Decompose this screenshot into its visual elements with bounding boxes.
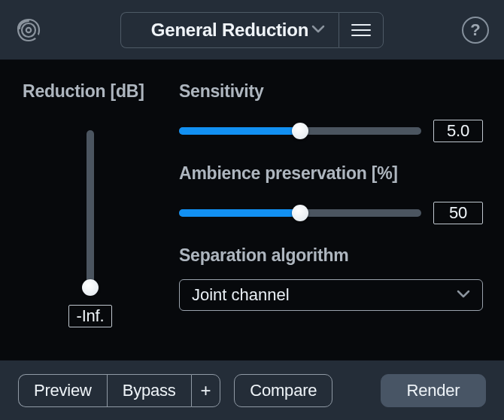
slider-thumb[interactable] [82,279,99,296]
footer-bar: Preview Bypass + Compare Render [0,360,504,420]
preset-dropdown-label: General Reduction [151,20,308,41]
reduction-slider[interactable] [87,130,94,288]
chevron-down-icon [311,23,325,37]
slider-thumb[interactable] [292,205,308,221]
separation-label: Separation algorithm [179,245,483,266]
slider-thumb[interactable] [292,123,308,139]
menu-button[interactable] [339,12,384,48]
svg-point-0 [22,23,35,37]
chevron-down-icon [457,288,470,302]
question-mark-icon: ? [470,20,480,40]
reduction-section: Reduction [dB] -Inf. [23,81,158,360]
add-button[interactable]: + [191,374,221,407]
params-section: Sensitivity 5.0 Ambience preservation [%… [158,81,504,360]
top-bar: General Reduction ? [0,0,504,60]
reduction-label: Reduction [dB] [23,81,144,102]
reduction-value[interactable]: -Inf. [68,305,113,327]
compare-button[interactable]: Compare [234,374,332,407]
sensitivity-slider[interactable] [179,127,421,135]
ambience-slider[interactable] [179,209,421,217]
ambience-block: Ambience preservation [%] 50 [179,163,483,224]
sensitivity-block: Sensitivity 5.0 [179,81,483,142]
preview-group: Preview Bypass + [18,374,220,407]
preset-controls: General Reduction [120,12,384,48]
ambience-value[interactable]: 50 [433,202,483,224]
hamburger-icon [351,24,371,36]
preset-dropdown[interactable]: General Reduction [120,12,339,48]
sensitivity-label: Sensitivity [179,81,483,102]
separation-dropdown[interactable]: Joint channel [179,279,483,311]
help-button[interactable]: ? [462,17,489,44]
sensitivity-value[interactable]: 5.0 [433,120,483,142]
svg-point-1 [26,27,31,32]
preview-button[interactable]: Preview [18,374,107,407]
render-button[interactable]: Render [381,374,486,407]
bypass-button[interactable]: Bypass [107,374,191,407]
separation-dropdown-value: Joint channel [192,285,290,305]
separation-block: Separation algorithm Joint channel [179,245,483,311]
brand-logo-icon [12,14,45,47]
ambience-label: Ambience preservation [%] [179,163,483,184]
main-panel: Reduction [dB] -Inf. Sensitivity 5.0 Amb… [0,60,504,360]
